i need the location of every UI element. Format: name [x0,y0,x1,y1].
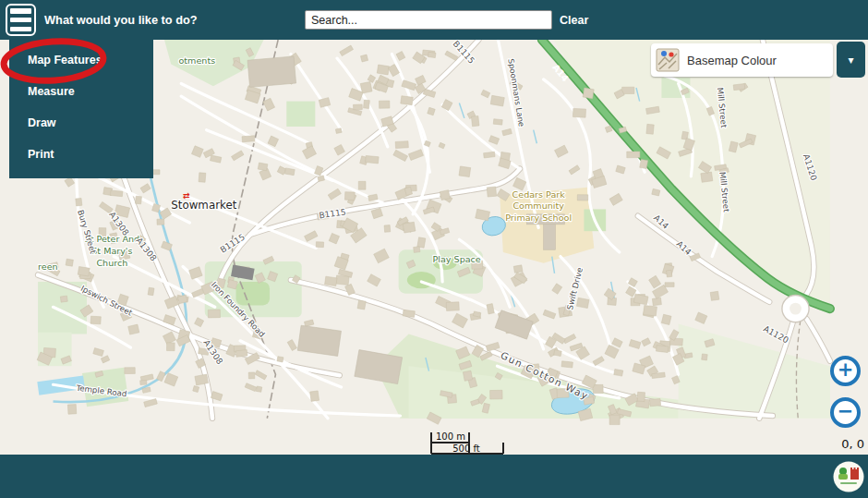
basemap-thumbnail-icon [656,48,680,72]
map-label-green: reen [38,261,58,272]
rail-station-icon: ⇄ [183,191,190,200]
main-menu: Map Features Measure Draw Print [9,40,153,178]
map-label-allotments: otments [178,55,215,66]
scale-metric-label: 100 m [436,431,465,442]
basemap-current[interactable]: Basemap Colour [651,43,833,77]
chevron-down-icon: ▾ [848,54,853,67]
map-label-play-space: Play Space [433,254,481,264]
council-logo [833,461,864,492]
menu-item-draw[interactable]: Draw [9,107,153,139]
map-label-church-3: Church [96,258,127,268]
header-bar: What would you like to do? Clear [0,0,868,40]
search-input[interactable] [305,10,552,30]
hamburger-icon [10,8,31,14]
menu-item-print[interactable]: Print [9,139,153,170]
clear-button[interactable]: Clear [560,0,588,40]
map-label-stowmarket: Stowmarket [171,199,237,212]
menu-item-measure[interactable]: Measure [9,76,153,107]
scale-bar: 100 m 500 ft [420,430,512,457]
menu-item-map-features[interactable]: Map Features [9,44,153,76]
scale-imperial-label: 500 ft [452,443,480,454]
map-label-school-3: Primary School [505,213,572,223]
roundabout [782,296,809,322]
basemap-label: Basemap Colour [687,54,777,67]
map-label-a1120-2: A1120 [762,324,790,346]
page-title: What would you like to do? [44,0,198,40]
zoom-out-button[interactable]: − [830,397,861,428]
coordinates-display: 0, 0 [841,437,864,451]
basemap-selector: Basemap Colour ▾ [651,42,865,78]
menu-button[interactable] [6,4,36,36]
basemap-dropdown-button[interactable]: ▾ [837,42,865,78]
map-label-school-2: Community [512,200,564,211]
map-label-b1115-3: B1115 [319,207,347,220]
map-label-school-1: Cedars Park [512,189,566,200]
footer-bar [0,455,868,498]
zoom-in-button[interactable]: + [830,356,861,386]
